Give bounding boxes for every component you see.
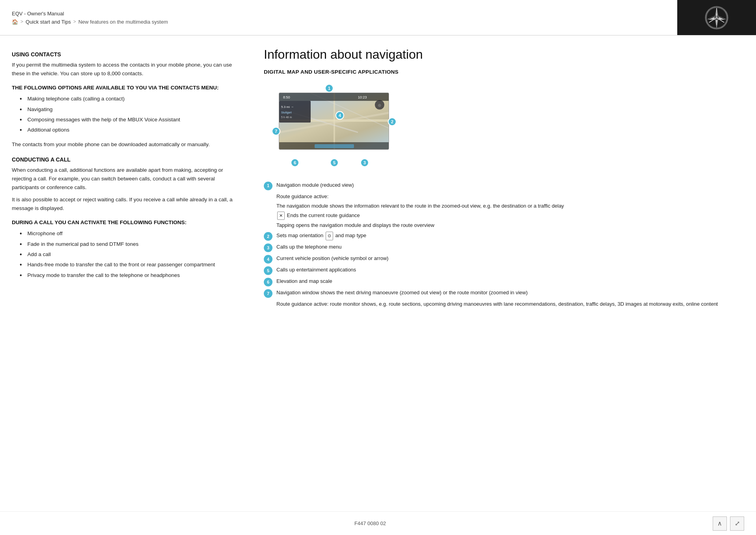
desc-text-5: Calls up entertainment applications [276, 266, 744, 274]
expand-button[interactable]: ⤢ [730, 516, 744, 531]
orientation-icon: ⊙ [326, 232, 333, 240]
desc-num-2: 2 [264, 232, 272, 241]
svg-text:5.3 mi →: 5.3 mi → [281, 105, 294, 109]
contacts-download-body: The contacts from your mobile phone can … [12, 140, 240, 149]
conducting-call-heading: CONDUCTING A CALL [12, 156, 240, 163]
callout-3: 3 [360, 158, 369, 167]
right-main-heading: Information about navigation [264, 47, 744, 62]
using-contacts-body: If you permit the multimedia system to a… [12, 61, 240, 78]
desc-num-1: 1 [264, 182, 272, 190]
svg-rect-13 [279, 93, 389, 101]
desc-text-2: Sets map orientation ⊙ and map type [276, 232, 744, 240]
scroll-up-button[interactable]: ∧ [713, 516, 727, 531]
desc-text-3: Calls up the telephone menu [276, 243, 744, 251]
breadcrumb-current: New features on the multimedia system [78, 19, 168, 25]
desc-num-6: 6 [264, 278, 272, 286]
desc-item-7: 7 Navigation window shows the next drivi… [264, 289, 744, 298]
desc-sub-1d: Tapping opens the navigation module and … [276, 221, 744, 229]
main-content: USING CONTACTS If you permit the multime… [0, 35, 756, 322]
svg-rect-17 [315, 144, 354, 148]
list-item: Fade in the numerical pad to send DTMF t… [12, 240, 240, 249]
list-item: Hands-free mode to transfer the call to … [12, 260, 240, 269]
breadcrumb: 🏠 > Quick start and Tips > New features … [12, 19, 665, 25]
callout-4: 4 [335, 111, 344, 120]
desc-sub-1b: The navigation module shows the informat… [276, 202, 744, 210]
breadcrumb-link1[interactable]: Quick start and Tips [26, 19, 71, 25]
list-item: Privacy mode to transfer the call to the… [12, 271, 240, 280]
desc-sub-1a: Route guidance active: [276, 193, 744, 201]
callout-5: 5 [330, 158, 339, 167]
list-item-text: Microphone off [28, 229, 63, 238]
desc-num-4: 4 [264, 255, 272, 264]
list-item-text: Hands-free mode to transfer the call to … [28, 260, 215, 269]
desc-text-1: Navigation module (reduced view) [276, 181, 744, 189]
map-roads-svg: 8:50 10:23 5.3 mi → Stuttgart 5 h 48 m ◎ [279, 93, 389, 150]
svg-text:8:50: 8:50 [283, 95, 290, 99]
desc-item-5: 5 Calls up entertainment applications [264, 266, 744, 275]
desc-sub-7a: Route guidance active: route monitor sho… [276, 300, 744, 308]
navigation-descriptions: 1 Navigation module (reduced view) Route… [264, 181, 744, 308]
list-item-text: Composing messages with the help of the … [28, 115, 180, 124]
desc-item-2: 2 Sets map orientation ⊙ and map type [264, 232, 744, 241]
desc-num-5: 5 [264, 266, 272, 275]
call-functions-heading: DURING A CALL YOU CAN ACTIVATE THE FOLLO… [12, 219, 240, 225]
desc-text-4: Current vehicle position (vehicle symbol… [276, 254, 744, 262]
map-display: 8:50 10:23 5.3 mi → Stuttgart 5 h 48 m ◎ [279, 93, 389, 150]
header: EQV - Owner's Manual 🏠 > Quick start and… [0, 0, 756, 35]
desc-num-7: 7 [264, 289, 272, 298]
mercedes-star-icon [705, 6, 728, 30]
desc-item-6: 6 Elevation and map scale [264, 277, 744, 286]
svg-text:5 h 48 m: 5 h 48 m [281, 116, 292, 119]
desc-item-3: 3 Calls up the telephone menu [264, 243, 744, 252]
callout-2: 2 [388, 117, 397, 126]
list-item: Composing messages with the help of the … [12, 115, 240, 124]
list-item: Additional options [12, 126, 240, 134]
list-item-text: Fade in the numerical pad to send DTMF t… [28, 240, 139, 249]
list-item: Microphone off [12, 229, 240, 238]
svg-text:◎: ◎ [378, 103, 381, 107]
mercedes-logo [677, 0, 756, 35]
using-contacts-heading: USING CONTACTS [12, 51, 240, 58]
left-column: USING CONTACTS If you permit the multime… [12, 47, 240, 310]
breadcrumb-sep2: > [73, 19, 76, 24]
nav-diagram: 8:50 10:23 5.3 mi → Stuttgart 5 h 48 m ◎ [272, 83, 406, 173]
conducting-call-body1: When conducting a call, additional funct… [12, 166, 240, 191]
conducting-call-body2: It is also possible to accept or reject … [12, 195, 240, 212]
header-left: EQV - Owner's Manual 🏠 > Quick start and… [0, 0, 677, 35]
contacts-menu-list: Making telephone calls (calling a contac… [12, 95, 240, 135]
call-functions-list: Microphone off Fade in the numerical pad… [12, 229, 240, 280]
list-item: Making telephone calls (calling a contac… [12, 95, 240, 103]
right-subheading: DIGITAL MAP AND USER-SPECIFIC APPLICATIO… [264, 69, 744, 75]
breadcrumb-sep1: > [20, 19, 23, 24]
list-item-text: Making telephone calls (calling a contac… [28, 95, 125, 103]
desc-num-3: 3 [264, 243, 272, 252]
list-item-text: Navigating [28, 105, 53, 114]
contacts-menu-heading: THE FOLLOWING OPTIONS ARE AVAILABLE TO Y… [12, 85, 240, 91]
desc-text-7: Navigation window shows the next driving… [276, 289, 744, 297]
footer: F447 0080 02 ∧ ⤢ [0, 511, 756, 535]
svg-text:10:23: 10:23 [358, 95, 367, 99]
desc-text-6: Elevation and map scale [276, 277, 744, 285]
callout-7: 7 [272, 127, 280, 136]
list-item: Add a call [12, 250, 240, 259]
desc-sub-1c: ✕ Ends the current route guidance [276, 212, 744, 220]
list-item-text: Privacy mode to transfer the call to the… [28, 271, 180, 280]
home-icon[interactable]: 🏠 [12, 19, 18, 25]
callout-1: 1 [325, 84, 334, 93]
end-route-icon: ✕ [277, 212, 285, 220]
desc-item-4: 4 Current vehicle position (vehicle symb… [264, 254, 744, 264]
svg-text:Stuttgart: Stuttgart [281, 111, 292, 114]
right-column: Information about navigation DIGITAL MAP… [264, 47, 744, 310]
callout-6: 6 [291, 158, 299, 167]
manual-title: EQV - Owner's Manual [12, 11, 665, 17]
list-item: Navigating [12, 105, 240, 114]
list-item-text: Additional options [28, 126, 70, 134]
list-item-text: Add a call [28, 250, 51, 259]
desc-item-1: 1 Navigation module (reduced view) [264, 181, 744, 190]
footer-code: F447 0080 02 [28, 520, 713, 526]
footer-buttons: ∧ ⤢ [713, 516, 744, 531]
